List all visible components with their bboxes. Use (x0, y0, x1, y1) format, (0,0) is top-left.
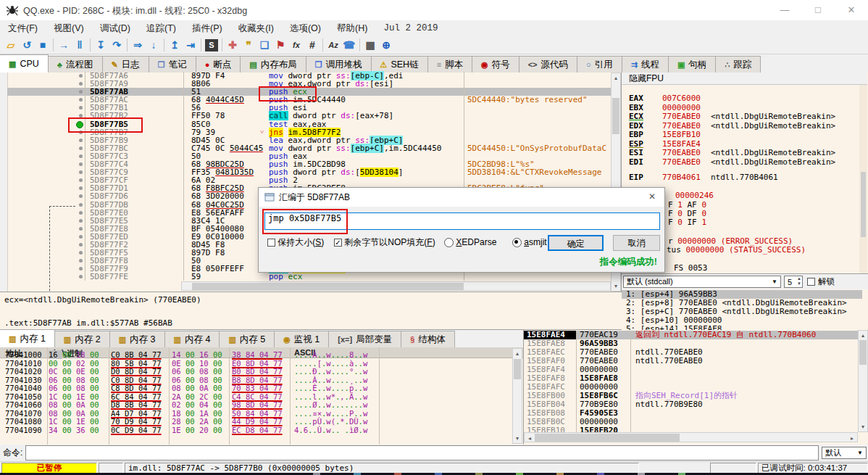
keep-size-checkbox[interactable] (267, 239, 275, 247)
label-icon[interactable]: ❏ (256, 38, 272, 53)
step-over-icon[interactable]: ↷ (109, 38, 125, 53)
dump-tab-内存 2[interactable]: ▥内存 2 (54, 331, 110, 347)
row-dot[interactable] (79, 259, 83, 263)
maximize-button[interactable]: □ (801, 0, 835, 20)
register-row-eip[interactable]: EIP770B4061ntdll.770B4061 (629, 173, 778, 182)
register-row[interactable]: EDI770EABE0<ntdll.DbgUiRemoteBreakin> (629, 157, 835, 167)
row-dot[interactable] (79, 243, 83, 247)
function-icon[interactable]: fx (288, 38, 304, 53)
dump-tab-内存 4[interactable]: ▥内存 4 (164, 331, 220, 347)
menu-item[interactable]: 选项(O) (282, 20, 329, 37)
dialog-title-bar[interactable]: 汇编于 5D8F77AB (259, 188, 664, 207)
stack-row[interactable]: 15E8FB08F45905E3 (524, 409, 858, 418)
execute-till-return-icon[interactable]: ↥ (167, 38, 183, 53)
tab-引用[interactable]: ○引用 (577, 56, 622, 73)
row-dot[interactable] (79, 162, 83, 166)
attach-icon[interactable]: ☎ (341, 38, 357, 53)
calling-convention-select[interactable]: 默认 (stdcall)▼ (623, 276, 781, 288)
row-dot[interactable] (79, 267, 83, 270)
row-dot[interactable] (79, 154, 83, 158)
trace-over-icon[interactable]: ↓ (146, 38, 162, 53)
calculator-icon[interactable]: ▦ (362, 38, 378, 53)
row-dot[interactable] (79, 146, 83, 150)
menu-item[interactable]: 文件(F) (0, 20, 46, 37)
row-dot[interactable] (79, 106, 83, 110)
nop-fill-option[interactable]: ✓ 剩余字节以NOP填充(F) (334, 236, 435, 248)
nop-fill-checkbox[interactable]: ✓ (334, 239, 342, 247)
row-dot[interactable] (79, 178, 83, 182)
row-dot[interactable] (79, 251, 83, 255)
register-row[interactable]: ESP15E8FAE4 (629, 139, 701, 149)
menu-item[interactable]: 追踪(T) (138, 20, 184, 37)
tab-断点[interactable]: ●断点 (196, 56, 241, 73)
menu-item[interactable]: 插件(P) (184, 20, 230, 37)
bookmark-icon[interactable]: ⚑ (272, 38, 288, 53)
tab-句柄[interactable]: ▣句柄 (668, 56, 716, 73)
tab-线程[interactable]: ⇉线程 (622, 56, 669, 73)
tab-内存布局[interactable]: ▤内存布局 (240, 56, 306, 73)
tab-符号[interactable]: ◉符号 (472, 56, 519, 73)
row-dot[interactable] (79, 194, 83, 198)
register-row[interactable]: EBP15E8FB10 (629, 130, 701, 139)
register-row[interactable]: ECX770EABE0<ntdll.DbgUiRemoteBreakin> (629, 112, 835, 121)
tab-调用堆栈[interactable]: ❒调用堆栈 (306, 56, 372, 73)
hide-fpu-button[interactable]: 隐藏FPU (622, 73, 867, 85)
disasm-hscrollbar[interactable]: ◂ (181, 281, 611, 291)
tab-SEH链[interactable]: ⚠SEH链 (371, 56, 428, 73)
stepper-arrows-icon[interactable]: ▲▼ (797, 276, 801, 286)
row-dot[interactable] (79, 74, 83, 78)
command-input[interactable] (25, 445, 819, 460)
command-combo[interactable]: 默认▼ (822, 447, 867, 459)
row-dot[interactable] (79, 203, 83, 207)
stack-row[interactable]: 15E8FAF400000000 (524, 365, 858, 374)
row-dot[interactable] (79, 227, 83, 231)
menu-item[interactable]: 收藏夹(I) (230, 20, 282, 37)
register-row[interactable]: ESI770EABE0<ntdll.DbgUiRemoteBreakin> (629, 148, 835, 157)
row-dot[interactable] (79, 90, 83, 94)
minimize-button[interactable]: — (768, 0, 801, 20)
menu-item[interactable]: 视图(V) (46, 20, 92, 37)
xedparse-radio[interactable] (444, 238, 454, 247)
restart-icon[interactable]: ↺ (19, 38, 35, 53)
row-dot[interactable] (79, 139, 83, 142)
stack-row[interactable]: 15E8FAE4770EAC19返回到 ntdll.770EAC19 自 ntd… (524, 331, 858, 339)
row-dot[interactable] (79, 98, 83, 102)
unlock-checkbox[interactable] (807, 278, 815, 286)
settings-globe-icon[interactable]: ⊕ (378, 38, 394, 53)
tab-跟踪[interactable]: ∴跟踪 (715, 56, 761, 73)
dump-tab-结构体[interactable]: §结构体 (401, 331, 455, 347)
hash-icon[interactable]: # (304, 38, 320, 53)
register-row[interactable]: EDX770EABE0<ntdll.DbgUiRemoteBreakin> (629, 121, 835, 131)
row-dot[interactable] (79, 275, 83, 278)
stack-row[interactable]: 15E8FAF815E8FAE8 (524, 374, 858, 383)
ok-button[interactable]: 确定 (548, 235, 604, 251)
keep-size-option[interactable]: 保持大小(S) (267, 236, 324, 248)
dump-tab-内存 1[interactable]: ▥内存 1 (0, 329, 55, 347)
xedparse-option[interactable]: XEDParse (444, 236, 496, 248)
stack-vscrollbar[interactable]: ▴ ▾ (858, 330, 868, 432)
cancel-button[interactable]: 取消 (613, 235, 660, 251)
dump-tab-内存 5[interactable]: ▥内存 5 (219, 331, 275, 347)
menu-item[interactable]: 调试(D) (92, 20, 138, 37)
asmjit-radio[interactable] (512, 238, 522, 247)
stack-panel[interactable]: 15E8FAE4770EAC19返回到 ntdll.770EAC19 自 ntd… (524, 330, 868, 445)
tab-流程图[interactable]: ♣流程图 (48, 56, 103, 73)
run-icon[interactable]: → (56, 38, 72, 53)
row-dot[interactable] (79, 235, 83, 239)
asmjit-option[interactable]: asmjit (512, 236, 547, 248)
menu-item[interactable]: Jul 2 2019 (375, 21, 446, 36)
tab-日志[interactable]: ✎日志 (102, 56, 149, 73)
run-to-user-code-icon[interactable]: ⇥ (183, 38, 199, 53)
row-dot[interactable] (79, 219, 83, 223)
stack-row[interactable]: 15E8FAF0770EABE0ntdll.770EABE0 (524, 357, 858, 365)
dialog-close-icon[interactable]: ✕ (646, 191, 659, 203)
row-dot[interactable] (79, 211, 83, 215)
pause-icon[interactable]: ‖ (72, 38, 88, 53)
menu-item[interactable]: 帮助(H) (329, 20, 375, 37)
dump-panel[interactable]: ▥内存 1▥内存 2▥内存 3▥内存 4▥内存 5◉监视 1[x=]局部变量§结… (0, 330, 524, 445)
comment-icon[interactable]: ❞ (241, 38, 256, 53)
arg-count-stepper[interactable]: 5 ▲▼ (784, 276, 803, 288)
tab-源代码[interactable]: <>源代码 (519, 56, 577, 73)
source-s-icon[interactable]: S (205, 39, 218, 51)
row-dot[interactable] (79, 186, 83, 190)
